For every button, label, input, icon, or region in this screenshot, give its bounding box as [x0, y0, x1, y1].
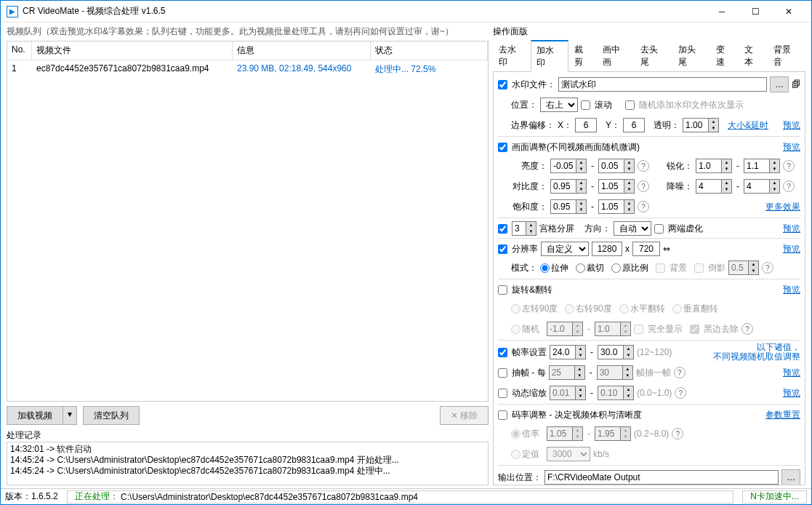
tab-add-wm[interactable]: 加水印	[531, 40, 568, 72]
wm-alpha[interactable]: ▲▼	[683, 118, 719, 132]
rot-random	[511, 325, 520, 334]
adj-more[interactable]: 更多效果	[765, 201, 800, 213]
output-path[interactable]	[544, 470, 779, 485]
drop2: ▲▼	[597, 365, 633, 380]
res-check[interactable]	[498, 244, 507, 254]
wm-pos-select[interactable]: 右上	[540, 98, 578, 112]
rot-r2: ▲▼	[595, 322, 631, 336]
col-info[interactable]: 信息	[233, 41, 371, 60]
grid-preview[interactable]: 预览	[783, 223, 800, 235]
contrast2[interactable]: ▲▼	[598, 179, 635, 194]
help-icon[interactable]: ?	[783, 160, 795, 172]
output-browse[interactable]: …	[781, 469, 800, 485]
bitrate-check[interactable]	[498, 410, 507, 420]
res-ratio[interactable]	[611, 263, 621, 273]
fps-note: 以下诸值，不同视频随机取值调整	[713, 343, 800, 362]
res-h[interactable]	[632, 242, 660, 256]
drop-check[interactable]	[498, 368, 507, 378]
sat1[interactable]: ▲▼	[550, 199, 587, 214]
help-icon[interactable]: ?	[638, 180, 649, 192]
close-button[interactable]: ✕	[772, 1, 805, 23]
rot-l90	[511, 304, 520, 314]
minimize-button[interactable]: ─	[705, 1, 739, 23]
load-video-button[interactable]: 加载视频	[7, 406, 63, 425]
panel-label: 操作面版	[493, 25, 805, 38]
wm-offset-label: 边界偏移：	[511, 119, 555, 132]
sharp2[interactable]: ▲▼	[744, 159, 780, 173]
clear-queue-button[interactable]: 清空队列	[83, 406, 140, 425]
help-icon[interactable]: ?	[638, 201, 649, 212]
wm-y[interactable]	[623, 118, 645, 132]
col-no[interactable]: No.	[7, 41, 32, 60]
help-icon[interactable]: ?	[638, 160, 649, 172]
zoom-check[interactable]	[498, 389, 507, 398]
wm-preview[interactable]: 预览	[783, 119, 800, 132]
help-icon[interactable]: ?	[783, 180, 795, 192]
contrast1[interactable]: ▲▼	[550, 179, 587, 194]
wm-file-browse[interactable]: …	[770, 76, 789, 92]
bitrate1: ▲▼	[547, 426, 583, 441]
res-w[interactable]	[592, 242, 622, 256]
noise2[interactable]: ▲▼	[744, 179, 780, 194]
res-preview[interactable]: 预览	[783, 243, 800, 255]
help-icon[interactable]: ?	[762, 262, 773, 274]
help-icon[interactable]: ?	[674, 367, 686, 378]
noise1[interactable]: ▲▼	[696, 179, 732, 194]
grid-n[interactable]: ▲▼	[512, 221, 536, 236]
sat2[interactable]: ▲▼	[598, 199, 635, 214]
wm-x[interactable]	[575, 118, 597, 132]
tab-speed[interactable]: 变速	[710, 40, 739, 72]
grid-virtual-check[interactable]	[654, 224, 664, 234]
titlebar: ▶ CR VideoMate - 视频综合处理 v1.6.5 ─ ☐ ✕	[1, 1, 811, 23]
col-status[interactable]: 状态	[371, 41, 488, 60]
tab-text[interactable]: 文本	[739, 40, 768, 72]
window-title: CR VideoMate - 视频综合处理 v1.6.5	[23, 5, 705, 17]
wm-file-check[interactable]	[498, 80, 507, 90]
wm-random-check[interactable]	[625, 100, 635, 110]
col-file[interactable]: 视频文件	[32, 41, 233, 60]
wm-pos-label: 位置：	[511, 99, 537, 111]
wm-file-input[interactable]	[558, 77, 767, 92]
adj-check[interactable]	[498, 143, 507, 152]
drop-preview[interactable]: 预览	[783, 367, 800, 379]
zoom2: ▲▼	[598, 386, 634, 400]
bitrate-reset[interactable]: 参数重置	[765, 409, 800, 421]
sharp1[interactable]: ▲▼	[696, 159, 732, 173]
fps2[interactable]: ▲▼	[598, 345, 634, 359]
wm-scroll-check[interactable]	[581, 100, 590, 110]
help-icon[interactable]: ?	[675, 387, 686, 399]
tab-pip[interactable]: 画中画	[597, 40, 635, 72]
status-gpu: N卡加速中...	[742, 490, 807, 504]
statusbar: 版本：1.6.5.2 正在处理： C:\Users\Administrator\…	[1, 488, 811, 504]
adj-preview[interactable]: 预览	[783, 141, 800, 154]
log-label: 处理记录	[7, 429, 489, 442]
bright1[interactable]: ▲▼	[550, 159, 587, 173]
load-video-dropdown[interactable]: ▾	[63, 406, 77, 425]
copy-icon[interactable]: 🗐	[792, 79, 800, 90]
fps1[interactable]: ▲▼	[550, 345, 586, 359]
tab-remove-wm[interactable]: 去水印	[493, 40, 531, 72]
table-row[interactable]: 1 ec87dc4452e357671ca8072b9831caa9.mp4 2…	[7, 60, 488, 79]
tabs: 去水印 加水印 裁剪 画中画 去头尾 加头尾 变速 文本 背景音	[493, 39, 805, 72]
tab-crop[interactable]: 裁剪	[568, 40, 598, 72]
bright2[interactable]: ▲▼	[598, 159, 635, 173]
res-mode[interactable]: 自定义	[541, 242, 589, 256]
grid-check[interactable]	[498, 224, 507, 234]
grid-dir[interactable]: 自动	[614, 221, 651, 236]
help-icon[interactable]: ?	[672, 428, 683, 440]
maximize-button[interactable]: ☐	[739, 1, 772, 23]
fps-check[interactable]	[498, 348, 507, 357]
tab-bgm[interactable]: 背景音	[768, 40, 805, 72]
res-stretch[interactable]	[540, 263, 550, 273]
adj-label: 画面调整(不同视频画面随机微调)	[512, 141, 640, 154]
tab-trim-head[interactable]: 去头尾	[635, 40, 672, 72]
rotate-check[interactable]	[498, 285, 507, 295]
zoom-preview[interactable]: 预览	[783, 387, 800, 399]
wm-size-delay[interactable]: 大小&延时	[728, 119, 768, 132]
rotate-preview[interactable]: 预览	[783, 284, 800, 296]
help-icon[interactable]: ?	[741, 323, 753, 335]
swap-icon[interactable]: ⇔	[663, 244, 670, 254]
res-crop[interactable]	[576, 263, 585, 273]
tab-add-head[interactable]: 加头尾	[672, 40, 710, 72]
rot-full	[634, 325, 643, 334]
